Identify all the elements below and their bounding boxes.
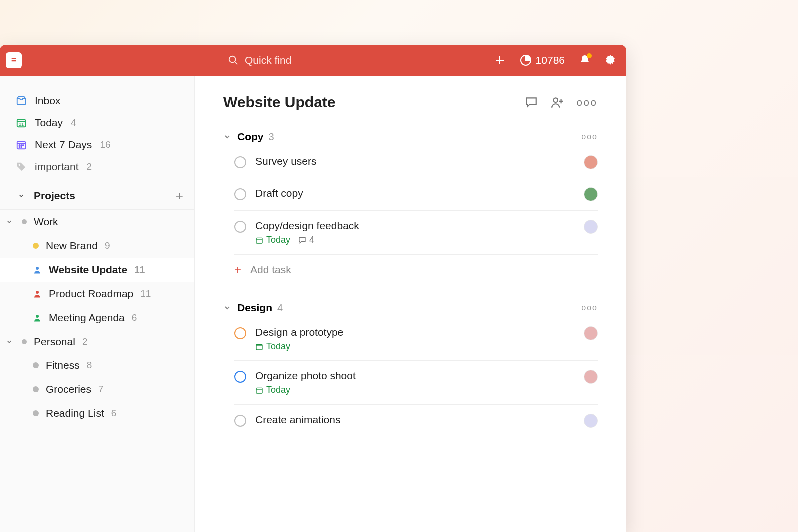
share-icon[interactable] [551,96,564,109]
task-checkbox[interactable] [234,371,246,383]
project-group-work[interactable]: Work [0,210,194,234]
task-title: Organize photo shoot [255,370,575,382]
task-title: Copy/design feedback [255,220,575,232]
section-count: 3 [269,131,274,143]
svg-line-1 [235,62,238,65]
project-new-brand[interactable]: New Brand 9 [0,234,194,258]
notification-badge [587,53,592,58]
sidebar-inbox[interactable]: Inbox [0,90,194,112]
task-due-date: Today [255,385,290,395]
project-count: 6 [132,312,137,323]
project-groceries[interactable]: Groceries 7 [0,377,194,401]
project-group-personal[interactable]: Personal 2 [0,330,194,354]
svg-point-12 [21,145,22,146]
svg-point-19 [36,315,39,318]
section-more-icon[interactable]: ooo [581,132,598,141]
section-header[interactable]: Copy 3 ooo [223,128,598,146]
add-task-button[interactable]: + Add task [234,255,598,289]
project-count: 7 [98,384,104,395]
sidebar-item-label: Next 7 Days [35,139,92,151]
assignee-avatar[interactable] [584,155,598,169]
tag-icon [16,161,27,172]
chevron-down-icon [223,304,232,312]
svg-point-0 [229,56,236,63]
sidebar-item-count: 4 [71,117,76,128]
topbar: ≡ Quick find 10786 [0,45,626,76]
sidebar-item-count: 2 [87,161,92,172]
add-project-button[interactable]: + [176,189,183,202]
project-label: New Brand [46,240,98,252]
section-count: 4 [277,302,283,314]
project-label: Website Update [49,264,127,276]
svg-point-11 [19,145,20,146]
svg-point-17 [36,267,39,270]
main-content: Website Update ooo Copy 3 ooo [195,76,626,532]
task-due-date: Today [255,235,290,245]
project-label: Meeting Agenda [49,312,125,324]
comment-icon[interactable] [525,96,538,109]
task-row[interactable]: Design a prototype Today [234,317,598,360]
notifications-button[interactable] [579,54,591,66]
quick-find-placeholder: Quick find [245,54,291,66]
project-product-roadmap[interactable]: Product Roadmap 11 [0,282,194,306]
sidebar-filter-important[interactable]: important 2 [0,156,194,177]
assignee-avatar[interactable] [584,220,598,234]
quick-add-icon[interactable] [494,54,506,66]
karma-display[interactable]: 10786 [520,54,565,66]
task-checkbox[interactable] [234,327,246,339]
assignee-avatar[interactable] [584,187,598,201]
task-row[interactable]: Survey users [234,146,598,178]
task-checkbox[interactable] [234,415,246,427]
project-reading-list[interactable]: Reading List 6 [0,401,194,425]
project-meeting-agenda[interactable]: Meeting Agenda 6 [0,306,194,330]
task-comments[interactable]: 4 [298,235,314,245]
project-label: Product Roadmap [49,288,133,300]
today-icon: 21 [16,117,27,128]
task-row[interactable]: Organize photo shoot Today [234,360,598,404]
project-count: 9 [105,240,110,251]
section-more-icon[interactable]: ooo [581,303,598,312]
section-header[interactable]: Design 4 ooo [223,299,598,317]
section-copy: Copy 3 ooo Survey users Draft copy [223,128,598,289]
person-icon [33,313,42,322]
section-name: Design [237,302,272,314]
chevron-down-icon [4,218,15,225]
section-design: Design 4 ooo Design a prototype Today [223,299,598,437]
section-name: Copy [237,131,264,143]
sidebar-today[interactable]: 21 Today 4 [0,112,194,134]
assignee-avatar[interactable] [584,370,598,384]
task-row[interactable]: Draft copy [234,178,598,210]
projects-title: Projects [34,190,75,202]
chevron-down-icon [16,192,27,199]
task-checkbox[interactable] [234,221,246,233]
assignee-avatar[interactable] [584,414,598,428]
projects-header[interactable]: Projects + [0,182,194,210]
task-row[interactable]: Create animations [234,404,598,437]
karma-icon [520,54,532,66]
add-task-label: Add task [250,264,291,276]
task-checkbox[interactable] [234,156,246,168]
project-count: 6 [111,408,117,419]
sidebar: Inbox 21 Today 4 Next 7 Days 16 [0,76,195,532]
quick-find[interactable]: Quick find [228,54,291,66]
project-group-label: Work [34,216,58,228]
karma-points: 10786 [536,54,565,66]
gear-icon[interactable] [604,54,616,66]
assignee-avatar[interactable] [584,326,598,340]
sidebar-next-7-days[interactable]: Next 7 Days 16 [0,134,194,156]
calendar-icon [16,139,27,150]
app-logo[interactable]: ≡ [6,52,22,68]
svg-point-14 [19,147,20,148]
project-website-update[interactable]: Website Update 11 [0,258,194,282]
project-fitness[interactable]: Fitness 8 [0,354,194,377]
calendar-icon [255,343,263,351]
project-label: Reading List [46,407,104,419]
sidebar-item-count: 16 [100,139,110,150]
more-icon[interactable]: ooo [577,97,598,108]
project-dot [33,386,39,392]
task-title: Draft copy [255,187,575,199]
sidebar-item-label: Today [35,117,63,129]
task-checkbox[interactable] [234,188,246,200]
person-icon [33,289,42,298]
task-row[interactable]: Copy/design feedback Today 4 [234,210,598,255]
